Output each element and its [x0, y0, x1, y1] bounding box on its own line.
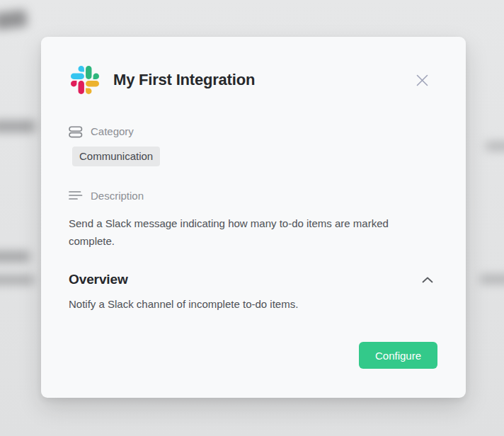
description-label: Description — [91, 190, 144, 202]
integration-detail-modal: My First Integration Category Communicat… — [41, 37, 466, 398]
blurred-background-content — [486, 142, 504, 151]
overview-heading: Overview — [69, 272, 128, 287]
modal-header: My First Integration — [69, 66, 437, 94]
blurred-background-content — [0, 275, 34, 285]
modal-title: My First Integration — [113, 71, 413, 89]
description-text: Send a Slack message indicating how many… — [69, 214, 427, 250]
blurred-background-content — [0, 120, 35, 132]
category-stack-icon — [69, 126, 83, 137]
category-label: Category — [91, 125, 134, 137]
blurred-background-content — [480, 275, 504, 284]
description-lines-icon — [69, 190, 83, 202]
close-icon[interactable] — [413, 71, 431, 89]
chevron-up-icon[interactable] — [419, 271, 436, 288]
blurred-background-content — [0, 251, 30, 262]
slack-logo-icon — [71, 66, 99, 94]
blurred-background-content — [0, 9, 28, 30]
configure-button[interactable]: Configure — [359, 342, 437, 369]
overview-text: Notify a Slack channel of incomplete to-… — [69, 296, 437, 313]
description-row: Description — [69, 190, 437, 202]
modal-footer: Configure — [41, 342, 437, 369]
category-row: Category — [69, 125, 437, 137]
overview-section-header: Overview — [69, 271, 437, 288]
category-value-badge: Communication — [72, 147, 160, 166]
